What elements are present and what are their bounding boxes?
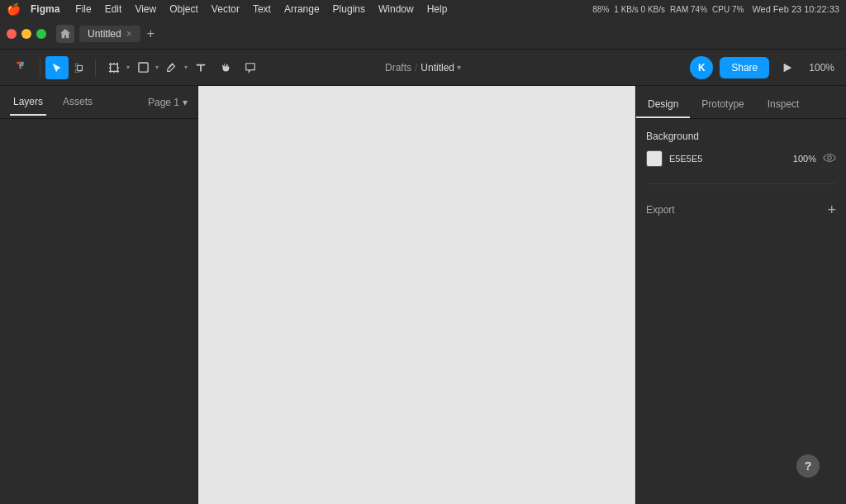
frame-tool-button[interactable] bbox=[102, 56, 126, 79]
system-stats: 88% 1 KB/s 0 KB/s RAM 74% CPU 7% Wed Feb… bbox=[592, 4, 839, 14]
cpu-stat2: CPU 7% bbox=[712, 5, 744, 14]
present-button[interactable] bbox=[776, 56, 799, 79]
menu-help[interactable]: Help bbox=[421, 2, 454, 17]
export-section: Export + bbox=[646, 183, 836, 217]
traffic-lights bbox=[7, 29, 46, 39]
frame-tool-wrapper: ▾ bbox=[102, 56, 130, 79]
add-tab-button[interactable]: + bbox=[144, 26, 158, 41]
comment-icon bbox=[245, 62, 256, 74]
breadcrumb: Drafts / Untitled ▾ bbox=[385, 62, 461, 74]
svg-rect-15 bbox=[138, 63, 147, 72]
left-sidebar: Layers Assets Page 1 ▾ bbox=[0, 86, 198, 504]
apple-menu[interactable]: 🍎 bbox=[7, 2, 21, 16]
network-stat: 1 KB/s 0 KB/s bbox=[614, 5, 665, 14]
menu-plugins[interactable]: Plugins bbox=[327, 2, 371, 17]
file-tab[interactable]: Untitled × bbox=[79, 26, 140, 42]
datetime: Wed Feb 23 10:22:33 bbox=[752, 4, 839, 14]
macos-left: 🍎 Figma File Edit View Object Vector Tex… bbox=[7, 2, 453, 17]
add-export-button[interactable]: + bbox=[827, 202, 836, 217]
menu-arrange[interactable]: Arrange bbox=[278, 2, 326, 17]
figma-menu-button[interactable] bbox=[8, 56, 35, 79]
frame-icon bbox=[108, 62, 120, 74]
background-opacity-value[interactable]: 100% bbox=[783, 154, 816, 164]
menu-view[interactable]: View bbox=[129, 2, 162, 17]
cursor-icon bbox=[51, 62, 63, 74]
export-label: Export bbox=[646, 204, 675, 216]
rectangle-icon bbox=[138, 62, 149, 73]
svg-point-18 bbox=[828, 156, 831, 159]
svg-point-16 bbox=[172, 63, 173, 64]
breadcrumb-drafts[interactable]: Drafts bbox=[385, 62, 411, 74]
move-tool-group bbox=[8, 56, 88, 79]
user-avatar[interactable]: K bbox=[690, 56, 713, 79]
main-layout: Layers Assets Page 1 ▾ Design Prototype … bbox=[0, 86, 846, 504]
tab-row: Untitled × + bbox=[0, 18, 846, 50]
toolbar-right: K Share 100% bbox=[690, 56, 838, 79]
breadcrumb-filename: Untitled bbox=[421, 62, 454, 74]
frame-tool-arrow: ▾ bbox=[126, 64, 130, 71]
pen-tool-arrow: ▾ bbox=[184, 64, 188, 71]
file-tab-name: Untitled bbox=[88, 28, 121, 40]
minimize-window-button[interactable] bbox=[21, 29, 31, 39]
background-row: E5E5E5 100% bbox=[646, 150, 836, 167]
help-button[interactable]: ? bbox=[796, 454, 820, 478]
shape-tool-arrow: ▾ bbox=[155, 64, 159, 71]
tab-close-icon[interactable]: × bbox=[126, 28, 132, 40]
page-label: Page 1 bbox=[148, 97, 179, 108]
home-button[interactable] bbox=[56, 25, 74, 43]
background-hex-value[interactable]: E5E5E5 bbox=[669, 154, 777, 164]
breadcrumb-caret-icon: ▾ bbox=[457, 63, 461, 72]
move-tool-wrapper bbox=[8, 56, 35, 79]
play-icon bbox=[782, 62, 793, 74]
maximize-window-button[interactable] bbox=[36, 29, 46, 39]
background-color-swatch[interactable] bbox=[646, 150, 663, 167]
hand-icon bbox=[220, 62, 231, 74]
shape-tool-wrapper: ▾ bbox=[131, 56, 159, 79]
menu-text[interactable]: Text bbox=[247, 2, 277, 17]
tab-design[interactable]: Design bbox=[636, 92, 690, 118]
hand-tool-button[interactable] bbox=[214, 56, 237, 79]
svg-point-0 bbox=[21, 64, 24, 66]
menu-edit[interactable]: Edit bbox=[99, 2, 128, 17]
select-tool-button[interactable] bbox=[45, 56, 69, 79]
tab-inspect[interactable]: Inspect bbox=[756, 92, 811, 118]
figma-logo-icon bbox=[14, 60, 29, 75]
breadcrumb-current[interactable]: Untitled ▾ bbox=[421, 62, 461, 74]
scale-tool-button[interactable] bbox=[70, 56, 88, 79]
app-name[interactable]: Figma bbox=[31, 3, 59, 15]
panel-tabs: Design Prototype Inspect bbox=[636, 86, 846, 119]
tab-assets[interactable]: Assets bbox=[59, 89, 96, 116]
text-tool-button[interactable] bbox=[189, 56, 212, 79]
close-window-button[interactable] bbox=[7, 29, 17, 39]
shape-tool-group: ▾ ▾ ▾ bbox=[102, 56, 262, 79]
tool-separator bbox=[40, 59, 40, 76]
background-section-title: Background bbox=[646, 131, 836, 142]
menu-vector[interactable]: Vector bbox=[206, 2, 245, 17]
menu-object[interactable]: Object bbox=[164, 2, 204, 17]
pen-tool-wrapper: ▾ bbox=[160, 56, 188, 79]
scale-icon bbox=[74, 63, 84, 73]
menu-bar: File Edit View Object Vector Text Arrang… bbox=[69, 2, 453, 17]
tab-prototype[interactable]: Prototype bbox=[690, 92, 755, 118]
visibility-toggle-icon[interactable] bbox=[823, 152, 836, 165]
pen-icon bbox=[166, 62, 178, 74]
menu-file[interactable]: File bbox=[69, 2, 97, 17]
svg-marker-17 bbox=[784, 63, 792, 72]
menu-window[interactable]: Window bbox=[373, 2, 420, 17]
tool-separator-2 bbox=[95, 59, 96, 76]
layers-panel bbox=[0, 119, 197, 504]
zoom-control[interactable]: 100% bbox=[806, 59, 838, 77]
comment-tool-button[interactable] bbox=[239, 56, 262, 79]
panel-body: Background E5E5E5 100% Export + bbox=[636, 119, 846, 504]
right-panel: Design Prototype Inspect Background E5E5… bbox=[635, 86, 846, 504]
page-caret-icon: ▾ bbox=[183, 97, 188, 108]
tab-layers[interactable]: Layers bbox=[10, 89, 46, 116]
macos-menubar: 🍎 Figma File Edit View Object Vector Tex… bbox=[0, 0, 846, 18]
share-button[interactable]: Share bbox=[720, 57, 769, 78]
page-selector[interactable]: Page 1 ▾ bbox=[148, 90, 188, 115]
canvas[interactable] bbox=[198, 86, 635, 504]
home-icon bbox=[59, 28, 71, 40]
sidebar-tabs: Layers Assets Page 1 ▾ bbox=[0, 86, 197, 119]
shape-tool-button[interactable] bbox=[131, 56, 154, 79]
pen-tool-button[interactable] bbox=[160, 56, 183, 79]
